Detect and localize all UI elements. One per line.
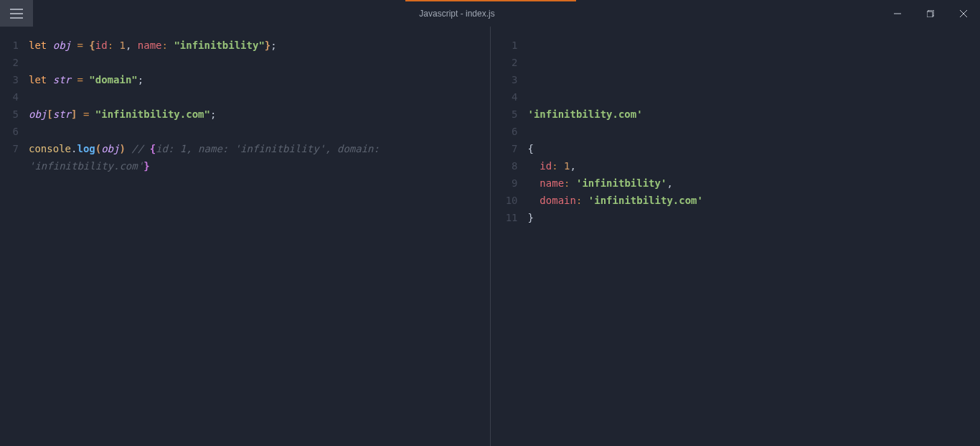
code-line[interactable] — [29, 123, 483, 140]
code-line[interactable] — [528, 88, 974, 106]
line-number: 5 — [0, 106, 19, 123]
hamburger-icon — [10, 9, 23, 19]
code-line[interactable] — [29, 54, 483, 71]
output-pane[interactable]: 1234567891011 'infinitbility.com'{ id: 1… — [491, 27, 981, 446]
code-line[interactable]: 'infinitbility.com'} — [29, 157, 483, 175]
active-tab-indicator — [405, 0, 576, 1]
code-line[interactable]: let obj = {id: 1, name: "infinitbility"}… — [29, 37, 483, 54]
editor-split-view: 1234567 let obj = {id: 1, name: "infinit… — [0, 27, 980, 446]
line-number-gutter-right: 1234567891011 — [491, 37, 528, 446]
code-line[interactable] — [528, 123, 974, 140]
code-line[interactable] — [29, 88, 483, 106]
code-line[interactable]: let str = "domain"; — [29, 71, 483, 88]
line-number: 5 — [491, 106, 518, 123]
code-line[interactable]: name: 'infinitbility', — [528, 175, 974, 192]
title-bar: Javascript - index.js — [0, 0, 980, 27]
line-number: 6 — [491, 123, 518, 140]
code-line[interactable]: { — [528, 140, 974, 157]
line-number — [0, 157, 19, 175]
window-title: Javascript - index.js — [33, 9, 881, 19]
line-number: 7 — [0, 140, 19, 157]
line-number: 2 — [491, 54, 518, 71]
line-number: 4 — [491, 88, 518, 106]
line-number: 11 — [491, 209, 518, 226]
output-content-right[interactable]: 'infinitbility.com'{ id: 1, name: 'infin… — [528, 37, 981, 446]
svg-rect-4 — [927, 11, 933, 17]
line-number: 6 — [0, 123, 19, 140]
line-number: 8 — [491, 157, 518, 175]
code-line[interactable]: domain: 'infinitbility.com' — [528, 192, 974, 209]
line-number: 4 — [0, 88, 19, 106]
minimize-button[interactable] — [881, 0, 914, 27]
close-button[interactable] — [947, 0, 980, 27]
close-icon — [960, 10, 967, 17]
code-line[interactable] — [528, 37, 974, 54]
line-number: 10 — [491, 192, 518, 209]
line-number: 1 — [491, 37, 518, 54]
line-number: 2 — [0, 54, 19, 71]
code-line[interactable]: obj[str] = "infinitbility.com"; — [29, 106, 483, 123]
line-number-gutter-left: 1234567 — [0, 37, 29, 446]
code-line[interactable]: id: 1, — [528, 157, 974, 175]
line-number: 9 — [491, 175, 518, 192]
code-line[interactable]: console.log(obj) // {id: 1, name: 'infin… — [29, 140, 483, 157]
hamburger-menu-button[interactable] — [0, 0, 33, 27]
code-line[interactable]: 'infinitbility.com' — [528, 106, 974, 123]
line-number: 7 — [491, 140, 518, 157]
line-number: 3 — [0, 71, 19, 88]
code-editor-pane[interactable]: 1234567 let obj = {id: 1, name: "infinit… — [0, 27, 491, 446]
maximize-icon — [927, 10, 934, 17]
line-number: 3 — [491, 71, 518, 88]
code-line[interactable] — [528, 54, 974, 71]
code-line[interactable]: } — [528, 209, 974, 226]
minimize-icon — [894, 10, 901, 17]
code-content-left[interactable]: let obj = {id: 1, name: "infinitbility"}… — [29, 37, 490, 446]
window-controls — [881, 0, 980, 27]
maximize-button[interactable] — [914, 0, 947, 27]
line-number: 1 — [0, 37, 19, 54]
code-line[interactable] — [528, 71, 974, 88]
